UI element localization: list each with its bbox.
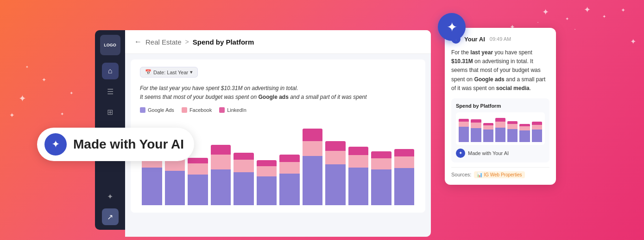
bar-group bbox=[325, 141, 346, 205]
bar-facebook bbox=[325, 151, 346, 164]
chat-chart-title: Spend by Platform bbox=[456, 103, 545, 109]
sidebar-item-home[interactable]: ⌂ bbox=[102, 63, 119, 79]
legend-label-google: Google Ads bbox=[148, 107, 174, 113]
chat-message: For the last year you have spent $10.31M… bbox=[451, 48, 549, 93]
bar-google bbox=[257, 176, 277, 205]
mini-bar-group bbox=[495, 118, 505, 142]
source-name: IG Web Properties bbox=[484, 172, 522, 177]
bar-group bbox=[234, 153, 254, 205]
chat-time: 09:49 AM bbox=[490, 36, 511, 42]
bar-google bbox=[165, 171, 185, 205]
mini-bar-chart bbox=[456, 112, 545, 145]
bar-group bbox=[188, 158, 208, 205]
bar-google bbox=[142, 168, 162, 205]
filter-label: Date: Last Year bbox=[153, 70, 188, 75]
bar-linkedin bbox=[211, 145, 231, 155]
chat-ai-name: Your AI bbox=[464, 36, 485, 43]
sidebar-item-chart[interactable]: ↗ bbox=[102, 208, 119, 225]
bar-linkedin bbox=[234, 153, 254, 160]
chat-panel: ✦ Your AI 09:49 AM For the last year you… bbox=[445, 28, 556, 185]
bar-linkedin bbox=[279, 155, 300, 162]
bar-facebook bbox=[394, 156, 415, 168]
legend-dot-linkedin bbox=[219, 107, 225, 113]
bar-google bbox=[325, 164, 346, 205]
mini-bar-group bbox=[483, 123, 493, 142]
chat-chart-preview: Spend by Platform ✦ Made with Your AI bbox=[451, 98, 549, 162]
bar-google bbox=[394, 168, 415, 205]
sidebar-item-grid[interactable]: ⊞ bbox=[102, 104, 119, 120]
legend-item-facebook: Facebook bbox=[182, 107, 212, 113]
bar-google bbox=[211, 169, 231, 205]
chevron-down-icon: ▾ bbox=[190, 69, 193, 75]
bar-facebook bbox=[371, 158, 391, 169]
mini-bar-group bbox=[507, 121, 518, 142]
bar-linkedin bbox=[188, 158, 208, 163]
made-with-badge: ✦ Made with Your AI bbox=[37, 128, 194, 161]
bar-google bbox=[234, 172, 254, 205]
bar-group bbox=[348, 147, 369, 205]
sidebar-item-star[interactable]: ✦ bbox=[102, 188, 119, 205]
sources-row: Sources: 📊 IG Web Properties bbox=[451, 167, 549, 178]
panel-header: ← Real Estate > Spend by Platform bbox=[125, 30, 431, 54]
legend-dot-facebook bbox=[182, 107, 187, 113]
bar-google bbox=[188, 175, 208, 205]
bar-group bbox=[394, 149, 415, 205]
badge-text: Made with Your AI bbox=[73, 137, 184, 152]
bar-google bbox=[279, 174, 300, 205]
bar-linkedin bbox=[371, 151, 391, 158]
chat-made-with-label: Made with Your AI bbox=[468, 150, 509, 156]
bar-google bbox=[371, 169, 391, 205]
breadcrumb-parent[interactable]: Real Estate bbox=[145, 38, 182, 46]
bar-facebook bbox=[188, 163, 208, 175]
bar-group bbox=[371, 151, 391, 205]
bar-google bbox=[348, 168, 369, 205]
filter-bar: 📅 Date: Last Year ▾ bbox=[140, 67, 416, 78]
bar-linkedin bbox=[325, 141, 346, 151]
bar-group bbox=[257, 160, 277, 205]
bar-group bbox=[211, 145, 231, 205]
mini-ai-icon: ✦ bbox=[456, 149, 465, 158]
badge-sparkle-icon: ✦ bbox=[44, 133, 67, 156]
bar-linkedin bbox=[257, 160, 277, 166]
bar-group bbox=[279, 155, 300, 205]
sources-label: Sources: bbox=[451, 172, 471, 177]
breadcrumb-separator: > bbox=[185, 38, 189, 45]
ai-sparkle-button[interactable]: ✦ bbox=[438, 13, 466, 41]
bar-linkedin bbox=[394, 149, 415, 156]
sidebar-item-document[interactable]: ☰ bbox=[102, 83, 119, 100]
sidebar-logo: LOGO bbox=[100, 35, 120, 55]
legend-label-facebook: Facebook bbox=[189, 107, 212, 113]
source-badge[interactable]: 📊 IG Web Properties bbox=[474, 171, 524, 178]
chat-header: ✦ Your AI 09:49 AM bbox=[451, 34, 549, 44]
bar-facebook bbox=[211, 155, 231, 169]
legend-item-google: Google Ads bbox=[140, 107, 174, 113]
chat-made-with: ✦ Made with Your AI bbox=[456, 149, 545, 158]
bar-linkedin bbox=[303, 129, 323, 141]
date-filter-chip[interactable]: 📅 Date: Last Year ▾ bbox=[140, 67, 198, 78]
bar-google bbox=[303, 156, 323, 205]
legend-item-linkedin: LinkedIn bbox=[219, 107, 246, 113]
breadcrumb-current: Spend by Platform bbox=[193, 38, 254, 46]
bar-facebook bbox=[234, 160, 254, 172]
bar-facebook bbox=[257, 166, 277, 176]
source-icon: 📊 bbox=[477, 172, 482, 177]
legend-label-linkedin: LinkedIn bbox=[227, 107, 246, 113]
bar-linkedin bbox=[348, 147, 369, 155]
back-button[interactable]: ← bbox=[134, 38, 142, 46]
chart-legend: Google Ads Facebook LinkedIn bbox=[140, 107, 416, 113]
legend-dot-google bbox=[140, 107, 145, 113]
mini-bar-group bbox=[459, 119, 469, 142]
mini-bar-group bbox=[519, 124, 530, 142]
bar-facebook bbox=[279, 162, 300, 174]
mini-bar-group bbox=[532, 122, 542, 142]
bar-group bbox=[303, 129, 323, 205]
bar-facebook bbox=[348, 155, 369, 168]
mini-bar-group bbox=[471, 119, 481, 142]
insight-text: For the last year you have spent $10.31M… bbox=[140, 84, 416, 102]
bar-facebook bbox=[303, 141, 323, 156]
calendar-icon: 📅 bbox=[145, 69, 152, 75]
